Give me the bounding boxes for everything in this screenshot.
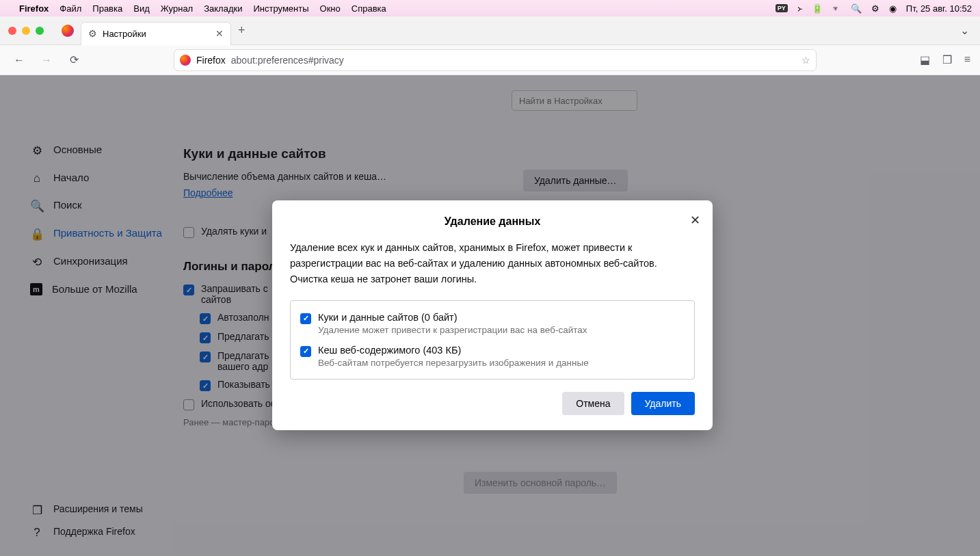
dialog-body-text: Удаление всех кук и данных сайтов, храни… xyxy=(290,240,695,288)
menu-edit[interactable]: Правка xyxy=(92,3,122,14)
identity-label: Firefox xyxy=(196,55,226,66)
tab-close-button[interactable]: ✕ xyxy=(215,28,224,39)
dialog-cache-subtitle: Веб-сайтам потребуется перезагрузить изо… xyxy=(318,358,589,368)
dialog-cancel-button[interactable]: Отмена xyxy=(562,392,624,415)
menu-view[interactable]: Вид xyxy=(133,3,150,14)
tab-title: Настройки xyxy=(103,29,146,39)
window-minimize-button[interactable] xyxy=(22,27,30,35)
extensions-icon[interactable]: ❒ xyxy=(942,53,952,66)
dialog-options-box: Куки и данные сайтов (0 байт) Удаление м… xyxy=(290,300,695,380)
window-controls xyxy=(8,27,44,35)
menu-history[interactable]: Журнал xyxy=(161,3,193,14)
dialog-cookies-title: Куки и данные сайтов (0 байт) xyxy=(318,312,587,323)
firefox-tabbar: ⚙ Настройки ✕ + ⌄ xyxy=(0,16,980,45)
menu-window[interactable]: Окно xyxy=(320,3,341,14)
window-maximize-button[interactable] xyxy=(36,27,44,35)
dialog-cache-title: Кеш веб-содержимого (403 КБ) xyxy=(318,345,589,356)
siri-icon[interactable]: ◉ xyxy=(889,3,897,14)
window-close-button[interactable] xyxy=(8,27,16,35)
menubar-app-name[interactable]: Firefox xyxy=(19,3,49,14)
firefox-logo-icon xyxy=(62,25,74,37)
back-button[interactable]: ← xyxy=(10,54,29,66)
forward-button: → xyxy=(37,54,56,66)
clear-data-dialog: Удаление данных ✕ Удаление всех кук и да… xyxy=(272,200,713,430)
identity-icon xyxy=(180,55,191,66)
wifi-icon[interactable]: ᯤ xyxy=(832,3,841,14)
firefox-toolbar: ← → ⟳ Firefox about:preferences#privacy … xyxy=(0,45,980,75)
bookmark-star-icon[interactable]: ☆ xyxy=(802,55,810,66)
new-tab-button[interactable]: + xyxy=(238,23,246,38)
url-bar[interactable]: Firefox about:preferences#privacy ☆ xyxy=(174,49,817,71)
menu-help[interactable]: Справка xyxy=(352,3,386,14)
menu-file[interactable]: Файл xyxy=(59,3,81,14)
dialog-cookies-checkbox[interactable] xyxy=(300,313,311,324)
dialog-close-button[interactable]: ✕ xyxy=(690,213,700,228)
bluetooth-icon[interactable]: ᚛ xyxy=(797,3,802,14)
gear-icon: ⚙ xyxy=(88,28,97,39)
battery-icon[interactable]: 🔋 xyxy=(812,3,823,14)
pocket-icon[interactable]: ⬓ xyxy=(920,53,930,66)
dialog-cookies-subtitle: Удаление может привести к разрегистрации… xyxy=(318,325,587,335)
menu-tools[interactable]: Инструменты xyxy=(253,3,308,14)
dialog-cache-checkbox[interactable] xyxy=(300,346,311,357)
preferences-page: ⚙Основные ⌂Начало 🔍Поиск 🔒Приватность и … xyxy=(0,75,980,556)
spotlight-icon[interactable]: 🔍 xyxy=(851,3,862,14)
hamburger-menu-icon[interactable]: ≡ xyxy=(964,53,970,66)
url-text: about:preferences#privacy xyxy=(231,55,344,66)
dialog-clear-button[interactable]: Удалить xyxy=(631,392,695,415)
reload-button[interactable]: ⟳ xyxy=(64,53,83,66)
menu-bookmarks[interactable]: Закладки xyxy=(204,3,242,14)
input-source-icon[interactable]: PY xyxy=(776,4,788,12)
control-center-icon[interactable]: ⚙ xyxy=(871,3,879,14)
menubar-datetime[interactable]: Пт, 25 авг. 10:52 xyxy=(906,3,972,14)
tabs-overflow-button[interactable]: ⌄ xyxy=(960,24,969,37)
macos-menubar: Firefox Файл Правка Вид Журнал Закладки … xyxy=(0,0,980,16)
dialog-title: Удаление данных xyxy=(290,215,695,228)
firefox-home-tab[interactable] xyxy=(57,21,78,41)
tab-settings[interactable]: ⚙ Настройки ✕ xyxy=(81,22,231,45)
